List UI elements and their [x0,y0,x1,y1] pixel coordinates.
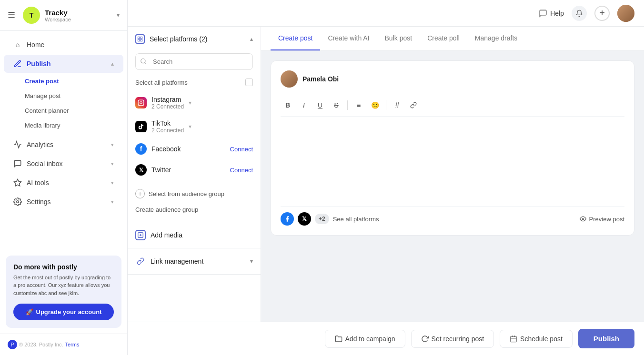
publish-chevron: ▴ [111,61,114,67]
svg-line-7 [145,62,146,64]
upgrade-button[interactable]: 🚀 Upgrade your account [13,304,114,320]
strikethrough-button[interactable]: S [329,98,343,112]
add-media-label: Add media [151,231,182,239]
add-media-button[interactable]: Add media [128,222,261,248]
link-management-row[interactable]: Link management ▾ [128,248,261,274]
upgrade-box: Do more with postly Get the most out of … [6,256,121,328]
nav-label-settings: Settings [27,198,51,206]
add-to-campaign-button[interactable]: Add to campaign [325,330,405,348]
sidebar-item-ai-tools[interactable]: AI tools ▾ [4,174,123,192]
tiktok-icon [135,121,147,132]
settings-icon [13,197,22,206]
tab-manage-drafts[interactable]: Manage drafts [467,27,525,50]
sidebar-item-settings[interactable]: Settings ▾ [4,193,123,211]
schedule-label: Schedule post [520,335,563,343]
tab-bar: Create post Create with AI Bulk post Cre… [261,27,644,51]
select-audience-item[interactable]: + Select from audience group [135,185,253,202]
svg-point-13 [582,218,584,220]
twitter-icon: 𝕏 [135,164,147,176]
instagram-chevron: ▾ [189,99,191,106]
upgrade-description: Get the most out of postly by upgrading … [13,274,114,297]
subnav-create-post[interactable]: Create post [0,74,127,89]
footer-terms-link[interactable]: Terms [65,342,80,347]
ai-icon [13,178,22,187]
subnav-content-planner[interactable]: Content planner [0,103,127,118]
nav-label-home: Home [27,41,44,49]
add-campaign-label: Add to campaign [345,335,395,343]
audience-section: + Select from audience group Create audi… [128,180,261,222]
upgrade-title: Do more with postly [13,263,114,271]
platform-row-twitter[interactable]: 𝕏 Twitter Connect [128,159,261,180]
sidebar-item-analytics[interactable]: Analytics ▾ [4,136,123,154]
platform-selector-header[interactable]: Select platforms (2) ▴ [128,27,261,51]
publish-button[interactable]: Publish [578,329,634,348]
bold-button[interactable]: B [281,98,295,112]
list-button[interactable]: ≡ [352,98,366,112]
facebook-name: Facebook [151,145,225,153]
rocket-icon: 🚀 [26,308,33,316]
home-icon: ⌂ [13,40,22,49]
see-all-platforms-link[interactable]: See all platforms [333,216,379,223]
analytics-chevron: ▾ [111,142,114,148]
sidebar-header[interactable]: ☰ T Tracky Workspace ▾ [0,0,127,31]
tab-create-post[interactable]: Create post [271,27,320,50]
footer-logo-icon: P [8,340,17,349]
help-button[interactable]: Help [539,9,564,18]
platform-header-chevron: ▴ [250,36,253,42]
post-author-row: Pamela Obi [281,70,624,88]
emoji-button[interactable]: 🙂 [368,98,382,112]
nav-label-social-inbox: Social inbox [27,160,63,168]
tab-create-poll[interactable]: Create poll [420,27,467,50]
publish-subnav: Create post Manage post Content planner … [0,74,127,135]
author-name: Pamela Obi [302,75,339,83]
svg-rect-8 [138,100,144,106]
platform-row-facebook[interactable]: f Facebook Connect [128,138,261,159]
sidebar-footer: P © 2023. Postly Inc. Terms [0,334,127,355]
app-logo: T [23,7,40,24]
platform-row-instagram[interactable]: Instagram 2 Connected ▾ [128,91,261,115]
sidebar-item-social-inbox[interactable]: Social inbox ▾ [4,155,123,173]
preview-post-button[interactable]: Preview post [580,216,624,223]
create-audience-item[interactable]: Create audience group [135,202,253,217]
add-button[interactable]: + [594,6,610,21]
svg-rect-2 [138,37,140,39]
sidebar-header-chevron[interactable]: ▾ [117,12,120,19]
subnav-manage-post[interactable]: Manage post [0,89,127,103]
post-content-input[interactable] [281,122,624,198]
main-content: Help + Select platforms (2) ▴ [128,0,644,355]
facebook-icon: f [135,143,147,155]
subnav-media-library[interactable]: Media library [0,118,127,133]
platform-search-box [135,53,253,70]
svg-point-1 [17,201,19,203]
hamburger-icon[interactable]: ☰ [8,10,15,20]
analytics-icon [13,140,22,149]
italic-button[interactable]: I [297,98,311,112]
notifications-button[interactable] [572,6,587,21]
select-all-checkbox[interactable] [245,79,253,86]
tiktok-name: TikTok [151,119,184,127]
set-recurring-button[interactable]: Set recurring post [411,330,494,348]
link-button[interactable] [406,98,421,112]
preview-label: Preview post [589,216,624,223]
svg-rect-3 [141,37,142,39]
platform-search-input[interactable] [135,53,253,70]
select-all-label: Select all platforms [135,79,188,86]
help-label: Help [550,10,564,17]
upgrade-btn-label: Upgrade your account [36,308,102,316]
footer-twitter-badge: 𝕏 [298,212,311,226]
schedule-post-button[interactable]: Schedule post [500,330,573,348]
instagram-info: Instagram 2 Connected [151,96,184,110]
avatar-image [617,5,634,22]
sidebar-item-home[interactable]: ⌂ Home [4,36,123,54]
platform-row-tiktok[interactable]: TikTok 2 Connected ▾ [128,115,261,138]
hashtag-button[interactable]: # [390,98,404,112]
footer-text: © 2023. Postly Inc. [19,342,63,347]
underline-button[interactable]: U [313,98,327,112]
twitter-connect-button[interactable]: Connect [230,167,253,174]
tab-bulk-post[interactable]: Bulk post [377,27,420,50]
tab-create-with-ai[interactable]: Create with AI [320,27,377,50]
facebook-connect-button[interactable]: Connect [230,146,253,153]
user-avatar[interactable] [617,5,634,22]
sidebar-item-publish[interactable]: Publish ▴ [4,55,123,73]
svg-marker-0 [14,179,21,186]
